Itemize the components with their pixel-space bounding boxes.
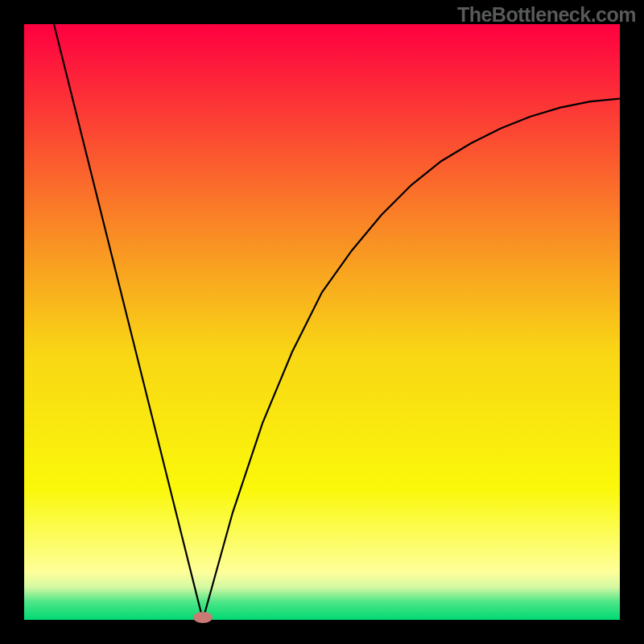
chart-container: TheBottleneck.com — [0, 0, 644, 644]
minimum-marker — [193, 612, 213, 623]
chart-background — [24, 24, 620, 620]
watermark-text: TheBottleneck.com — [457, 3, 636, 27]
bottleneck-chart — [0, 0, 644, 644]
